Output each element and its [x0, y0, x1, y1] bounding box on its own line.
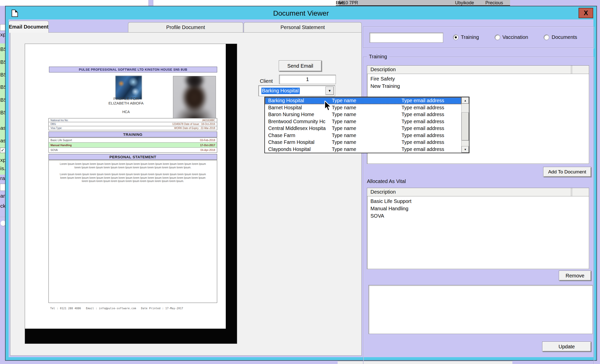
- close-button[interactable]: X: [579, 8, 593, 18]
- tab-label: Personal Statement: [281, 24, 325, 30]
- scrollbar-thumb[interactable]: [462, 112, 469, 141]
- scroll-down-icon[interactable]: ▼: [462, 146, 469, 153]
- update-button[interactable]: Update: [542, 342, 591, 352]
- allocated-vital-list: Description Basic Life SupportManual Han…: [367, 188, 589, 269]
- background-text-fragment: BS: [0, 84, 6, 90]
- background-text-fragment: BS: [0, 110, 6, 116]
- contact-placeholder: Type name: [332, 112, 402, 117]
- background-input-fragment: [0, 24, 6, 31]
- background-text-fragment: as: [0, 125, 6, 131]
- personal-statement-title: PERSONAL STATEMENT: [48, 154, 217, 160]
- contact-placeholder: Type name: [332, 98, 402, 103]
- background-text-fragment: BS: [0, 46, 6, 52]
- combobox-dropdown-button[interactable]: ▼: [326, 87, 334, 95]
- list-header[interactable]: Description: [367, 66, 589, 74]
- email-placeholder: Type email address: [402, 105, 461, 111]
- radio-label: Training: [461, 34, 479, 40]
- hospital-name: Central Middlesex Hospita: [268, 125, 332, 131]
- client-dropdown-list: Barking Hospital Type name Type email ad…: [264, 97, 469, 153]
- notes-textarea[interactable]: [368, 285, 593, 334]
- dialog-body: Profile DocumentPersonal StatementEmail …: [9, 19, 593, 357]
- list-header[interactable]: Description: [367, 188, 589, 196]
- dropdown-row[interactable]: Baron Nursing Home Type name Type email …: [265, 111, 461, 118]
- list-item[interactable]: Manual Handling: [367, 205, 589, 212]
- personal-statement-box: Lorem Ipsum lorem Ipsum lorem Ipsum lore…: [48, 160, 217, 303]
- document-preview-page: PULSE PROFESSIONAL SOFTWARE LTD KINSTON …: [25, 44, 237, 344]
- company-logo-image: [115, 76, 142, 99]
- list-item[interactable]: SOVA: [367, 212, 589, 220]
- dropdown-row[interactable]: Clayponds Hospital Type name Type email …: [265, 146, 461, 153]
- background-grid-row: UbyikodePreciousLiveRM10 7PR: [336, 0, 510, 6]
- dropdown-row[interactable]: Chase Farm Hospital Type name Type email…: [265, 139, 461, 146]
- contact-placeholder: Type name: [332, 125, 402, 131]
- background-grid-cell: Precious: [485, 0, 503, 6]
- extra-column-header[interactable]: [572, 66, 589, 74]
- info-value: 12345678 Date of Issue : 18-Oct-2016: [172, 123, 215, 125]
- combobox-selected-text: Barking Hospital: [261, 88, 300, 94]
- window-title: Document Viewer: [6, 9, 596, 17]
- candidate-name: ELIZABETH ABIOFA: [76, 101, 177, 106]
- profile-for-text: PROFILE FOR: [76, 96, 177, 101]
- document-header-banner: PULSE PROFESSIONAL SOFTWARE LTD KINSTON …: [49, 67, 217, 72]
- profile-title: PROFILE FOR ELIZABETH ABIOFA: [76, 96, 177, 106]
- contact-placeholder: Type name: [332, 133, 402, 138]
- search-input[interactable]: [369, 33, 443, 43]
- contact-placeholder: Type name: [332, 119, 402, 124]
- statement-paragraph: Lorem Ipsum lorem Ipsum lorem Ipsum lore…: [59, 162, 206, 169]
- list-item[interactable]: Basic Life Support: [367, 198, 589, 205]
- info-label: National Ins No:: [51, 119, 68, 122]
- background-text-fragment: BS: [0, 72, 6, 78]
- dropdown-row[interactable]: Brentwood Community Hc Type name Type em…: [265, 118, 461, 125]
- tab[interactable]: Email Document: [9, 21, 49, 33]
- tab[interactable]: Personal Statement: [244, 22, 362, 32]
- category-radio-group: Training Vaccination Documents: [453, 34, 577, 40]
- training-date: 17-Oct-2017: [200, 144, 215, 147]
- contact-placeholder: Type name: [332, 105, 402, 111]
- extra-column-header[interactable]: [572, 188, 589, 196]
- client-label: Client: [260, 78, 273, 84]
- background-grid-cell: Ubyikode: [455, 0, 474, 6]
- description-column-header[interactable]: Description: [367, 188, 571, 196]
- hospital-name: Clayponds Hospital: [268, 146, 332, 152]
- client-input[interactable]: [279, 75, 336, 84]
- radio-option[interactable]: Documents: [544, 34, 577, 40]
- dropdown-row[interactable]: Barking Hospital Type name Type email ad…: [265, 97, 461, 104]
- hospital-name: Baron Nursing Home: [268, 112, 332, 117]
- list-item[interactable]: Fire Safety: [367, 75, 589, 83]
- training-items: Fire SafetyNew Training: [367, 74, 589, 90]
- description-column-header[interactable]: Description: [367, 66, 571, 74]
- mouse-cursor-icon: [324, 101, 334, 112]
- training-section-title: TRAINING: [48, 132, 217, 137]
- scroll-up-icon[interactable]: ▲: [462, 97, 469, 104]
- send-email-button[interactable]: Send Email: [279, 60, 322, 71]
- background-checkbox-fragment: ✓: [0, 148, 5, 153]
- client-combobox[interactable]: Barking Hospital ▼: [258, 85, 335, 96]
- background-text-fragment: BS: [0, 59, 6, 65]
- background-grid-cell: RM10 7PR: [336, 0, 358, 6]
- hospital-name: Barnet Hospital: [268, 105, 332, 111]
- dropdown-row[interactable]: Central Middlesex Hospita Type name Type…: [265, 125, 461, 132]
- background-text-fragment: is.: [0, 165, 6, 171]
- candidate-role: HCA: [76, 110, 177, 114]
- scan-edge-bottom: [25, 329, 237, 344]
- radio-option[interactable]: Training: [453, 34, 479, 40]
- background-text-fragment: ra: [0, 175, 6, 181]
- candidate-photo: [173, 76, 216, 121]
- info-row: DBS: 12345678 Date of Issue : 18-Oct-201…: [49, 122, 217, 126]
- dropdown-row[interactable]: Barnet Hospital Type name Type email add…: [265, 104, 461, 111]
- background-input-fragment: [0, 184, 6, 191]
- add-to-document-button[interactable]: Add To Document: [543, 167, 591, 177]
- tab[interactable]: Profile Document: [128, 22, 243, 32]
- dropdown-scrollbar[interactable]: ▲ ▼: [461, 97, 469, 153]
- chevron-down-icon: ▼: [328, 89, 331, 93]
- dropdown-row[interactable]: Chase Farm Type name Type email address: [265, 132, 461, 139]
- remove-button[interactable]: Remove: [559, 271, 591, 281]
- radio-option[interactable]: Vaccination: [495, 34, 528, 40]
- statement-paragraph: Lorem Ipsum lorem Ipsum lorem Ipsum lore…: [59, 173, 206, 183]
- background-top-strip: [0, 0, 336, 6]
- hospital-name: Brentwood Community Hc: [268, 119, 332, 124]
- background-text-fragment: ar: [0, 193, 6, 199]
- document-footer: Tel : 0121 288 4886 Email : info@pulse-s…: [50, 307, 183, 310]
- training-table: Basic Life Support 03-Feb-2018 Manual Ha…: [48, 138, 217, 153]
- list-item[interactable]: New Training: [367, 83, 589, 90]
